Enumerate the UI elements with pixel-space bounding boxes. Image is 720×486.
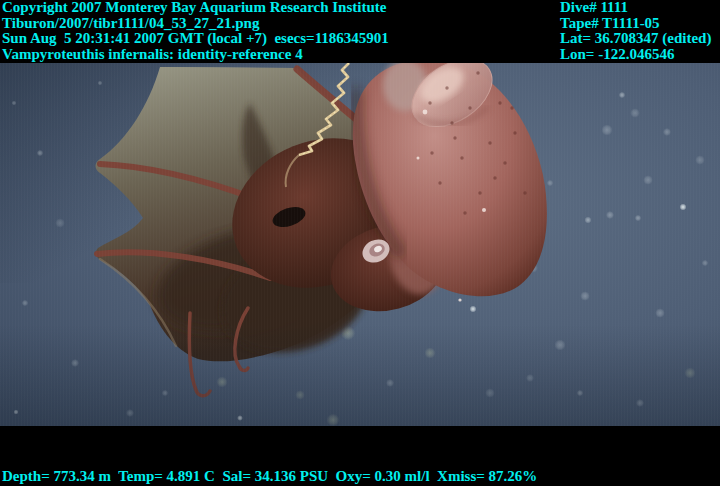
top-overlay-bar: Copyright 2007 Monterey Bay Aquarium Res… <box>0 0 720 63</box>
top-right-text-block: Dive# 1111 Tape# T1111-05 Lat= 36.708347… <box>560 0 711 63</box>
video-frame: Copyright 2007 Monterey Bay Aquarium Res… <box>0 0 720 486</box>
copyright-line: Copyright 2007 Monterey Bay Aquarium Res… <box>2 0 389 16</box>
tape-number: Tape# T1111-05 <box>560 16 711 32</box>
bottom-overlay-bar: Depth= 773.34 m Temp= 4.891 C Sal= 34.13… <box>0 426 720 486</box>
underwater-photo <box>0 63 720 426</box>
latitude: Lat= 36.708347 (edited) <box>560 31 711 47</box>
species-annotation-line: Vampyroteuthis infernalis: identity-refe… <box>2 47 389 63</box>
telemetry-line: Depth= 773.34 m Temp= 4.891 C Sal= 34.13… <box>2 469 537 485</box>
dive-number: Dive# 1111 <box>560 0 711 16</box>
filepath-line: Tiburon/2007/tibr1111/04_53_27_21.png <box>2 16 389 32</box>
bottom-vignette <box>0 63 720 426</box>
longitude: Lon= -122.046546 <box>560 47 711 63</box>
deep-sea-scene <box>0 63 720 426</box>
timestamp-line: Sun Aug 5 20:31:41 2007 GMT (local +7) e… <box>2 31 389 47</box>
top-left-text-block: Copyright 2007 Monterey Bay Aquarium Res… <box>2 0 389 63</box>
